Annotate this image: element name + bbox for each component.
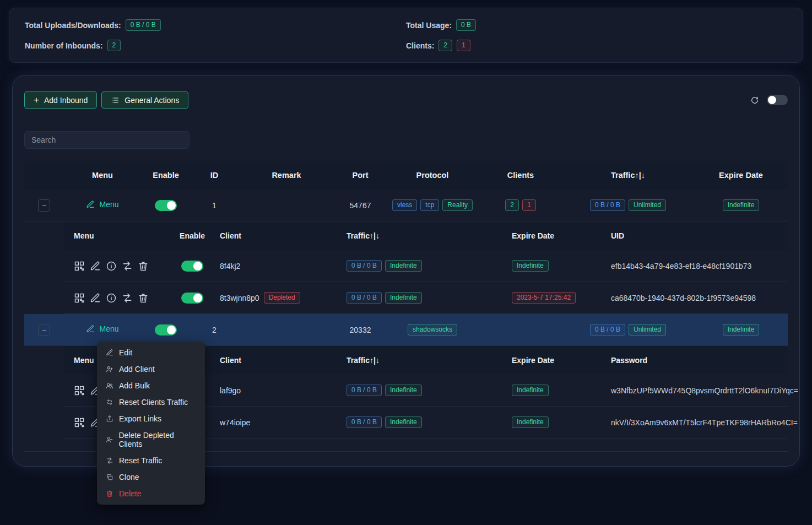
clients-header-row: Menu Enable Client Traffic↑|↓ Expire Dat… [64, 221, 788, 250]
traffic-badge: 0 B / 0 B [347, 260, 382, 272]
toolbar-right [750, 95, 788, 105]
reset-traffic-icon [106, 457, 113, 464]
qr-code-icon[interactable] [74, 293, 85, 304]
client-enable-switch[interactable] [181, 261, 203, 272]
header-traffic-sort[interactable]: Traffic↑|↓ [562, 171, 694, 180]
qr-code-icon[interactable] [74, 385, 85, 396]
header-clients: Clients [479, 171, 562, 180]
header-enable: Enable [165, 231, 220, 240]
add-client-icon [106, 365, 113, 373]
traffic-total-badge: Indefinite [385, 260, 422, 272]
clients-depleted-badge: 1 [457, 40, 470, 51]
header-password: Password [611, 356, 788, 365]
traffic-badge: 0 B / 0 B [347, 416, 382, 428]
qr-code-icon[interactable] [74, 261, 85, 272]
inbound-1-port: 54767 [335, 201, 386, 210]
collapse-inbound-1-button[interactable]: − [38, 199, 50, 212]
menu-item-delete[interactable]: Delete [97, 485, 205, 502]
menu-item-reset-clients-traffic[interactable]: Reset Clients Traffic [97, 394, 205, 410]
menu-item-reset-traffic[interactable]: Reset Traffic [97, 452, 205, 469]
traffic-badge: 0 B / 0 B [347, 292, 382, 304]
stat-clients: Clients: 2 1 [406, 40, 787, 51]
client-info-icon[interactable] [106, 293, 117, 304]
client-enable-switch[interactable] [181, 293, 203, 304]
menu-item-export-links[interactable]: Export Links [97, 410, 205, 427]
client-name: 8t3wjnn8p0 [220, 294, 259, 302]
dark-mode-toggle[interactable] [767, 95, 788, 105]
edit-client-icon[interactable] [90, 261, 101, 272]
client-row-8t3wjnn8p0: 8t3wjnn8p0 Depleted 0 B / 0 B Indefinite… [64, 282, 788, 314]
list-icon [111, 96, 120, 105]
menu-item-add-client[interactable]: Add Client [97, 361, 205, 377]
stat-value-badge: 2 [107, 40, 121, 51]
traffic-badge: 0 B / 0 B [590, 199, 625, 211]
edit-client-icon[interactable] [90, 293, 101, 304]
header-menu: Menu [74, 231, 165, 240]
header-traffic-sort[interactable]: Traffic↑|↓ [347, 356, 512, 365]
menu-item-delete-depleted-clients[interactable]: Delete Depleted Clients [97, 427, 205, 452]
stat-total-usage: Total Usage: 0 B [406, 19, 787, 31]
inbound-1-clients-table: Menu Enable Client Traffic↑|↓ Expire Dat… [64, 221, 788, 314]
header-remark: Remark [238, 171, 335, 180]
clients-active-badge: 2 [439, 40, 452, 51]
menu-item-clone[interactable]: Clone [97, 469, 205, 485]
collapse-inbound-2-button[interactable]: − [38, 324, 50, 336]
inbound-2-enable-switch[interactable] [155, 324, 177, 335]
header-client: Client [220, 356, 347, 365]
header-traffic-sort[interactable]: Traffic↑|↓ [347, 231, 512, 240]
stat-value-badge: 0 B / 0 B [126, 19, 161, 31]
stat-total-uploads-downloads: Total Uploads/Downloads: 0 B / 0 B [25, 19, 406, 31]
protocol-tag: shadowsocks [408, 324, 457, 335]
reset-client-traffic-icon[interactable] [122, 293, 133, 304]
table-header-row: Menu Enable ID Remark Port Protocol Clie… [24, 161, 788, 190]
stat-label: Total Uploads/Downloads: [25, 21, 121, 30]
plus-icon: + [34, 95, 39, 105]
inbound-1-menu-button[interactable]: Menu [86, 200, 118, 209]
delete-client-icon[interactable] [138, 293, 149, 304]
edit-icon [86, 324, 95, 333]
stat-label: Clients: [406, 41, 434, 50]
protocol-tag: vless [392, 199, 417, 211]
inbound-2-menu-button[interactable]: Menu [86, 324, 118, 333]
client-name: w74ioipe [220, 418, 250, 427]
client-info-icon[interactable] [106, 261, 117, 272]
expire-badge: Indefinite [512, 416, 549, 428]
client-row-8f4kj2: 8f4kj2 0 B / 0 B Indefinite Indefinite e… [64, 250, 788, 282]
client-name: 8f4kj2 [220, 262, 240, 270]
inbound-row-1: − Menu 1 54767 vless tcp Reality 2 1 0 B… [24, 190, 788, 221]
qr-code-icon[interactable] [74, 417, 85, 428]
expire-badge: Indefinite [512, 260, 549, 272]
client-password: nkV/I/3XoAm9v6xMT/T5lcrF4TpeTKF98rHARbRo… [611, 418, 798, 427]
header-enable: Enable [141, 171, 191, 180]
menu-item-edit[interactable]: Edit [97, 344, 205, 361]
expire-badge: Indefinite [723, 324, 760, 335]
search-input[interactable] [24, 131, 190, 149]
inbounds-page: Total Uploads/Downloads: 0 B / 0 B Total… [0, 8, 812, 525]
add-inbound-button[interactable]: + Add Inbound [24, 91, 97, 109]
menu-item-add-bulk[interactable]: Add Bulk [97, 377, 205, 394]
traffic-total-badge: Unlimited [629, 199, 666, 211]
delete-client-icon[interactable] [138, 261, 149, 272]
reset-client-traffic-icon[interactable] [122, 261, 133, 272]
expire-badge: Indefinite [723, 199, 760, 211]
header-uid: UID [611, 231, 788, 240]
delete-depleted-clients-icon [106, 436, 113, 443]
traffic-badge: 0 B / 0 B [590, 324, 625, 335]
header-menu: Menu [64, 171, 141, 180]
client-uid: ca68470b-1940-437d-802b-1f9573e94598 [611, 294, 788, 302]
inbound-1-enable-switch[interactable] [155, 200, 177, 211]
client-uid: efb14b43-4a79-4e83-ef18-e48cf1901b73 [611, 262, 788, 270]
client-actions [74, 261, 165, 272]
header-port: Port [335, 171, 386, 180]
toggle-knob [768, 96, 776, 104]
clients-depleted-badge: 1 [522, 199, 536, 211]
client-password: w3NfbzUPf5WWd745Q8pvsmQrdrttT2lO6knuI7Di… [611, 386, 798, 395]
header-protocol: Protocol [386, 171, 479, 180]
delete-icon [106, 490, 113, 497]
reset-clients-traffic-icon [106, 398, 113, 406]
traffic-badge: 0 B / 0 B [347, 385, 382, 396]
general-actions-button[interactable]: General Actions [101, 91, 188, 109]
stat-label: Number of Inbounds: [25, 41, 103, 50]
header-id: ID [191, 171, 238, 180]
refresh-icon[interactable] [750, 96, 759, 105]
